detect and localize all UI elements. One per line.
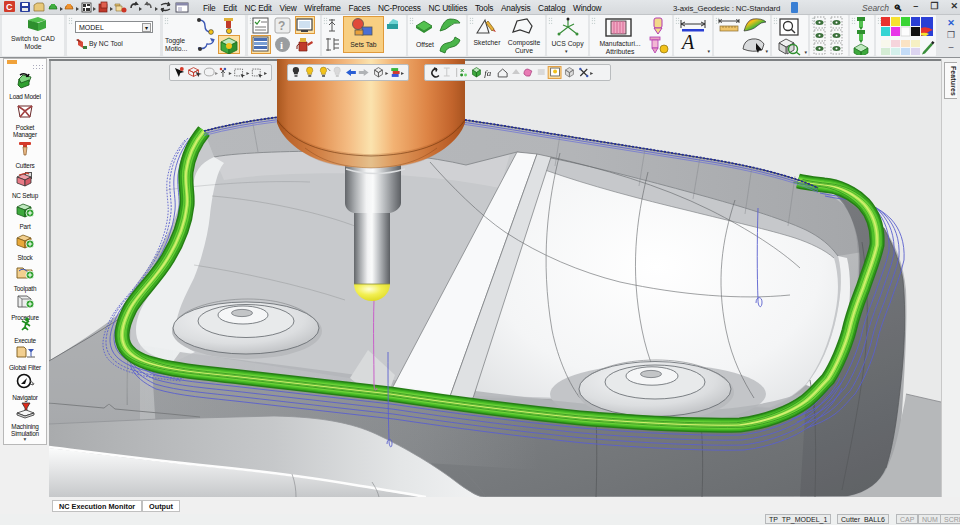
svg-text:i: i bbox=[280, 39, 283, 51]
svg-text:C: C bbox=[6, 2, 13, 12]
svg-text:fa: fa bbox=[484, 68, 491, 78]
svg-text:?: ? bbox=[278, 19, 285, 33]
